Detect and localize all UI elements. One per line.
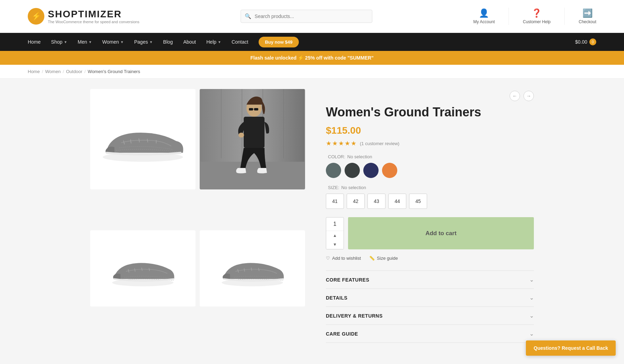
nav-pages[interactable]: Pages ▼ xyxy=(134,39,153,45)
customer-help-action[interactable]: ❓ Customer Help xyxy=(523,8,551,24)
divider-2 xyxy=(564,8,565,25)
product-image-side2[interactable] xyxy=(200,230,305,307)
nav-men[interactable]: Men ▼ xyxy=(78,39,92,45)
nav-items: Home Shop ▼ Men ▼ Women ▼ Pages ▼ Blog A… xyxy=(28,37,299,47)
add-to-wishlist-button[interactable]: ♡ Add to wishlist xyxy=(326,256,361,261)
product-image-model[interactable] xyxy=(200,89,305,189)
size-guide-button[interactable]: 📏 Size guide xyxy=(369,256,398,261)
details-chevron: ⌄ xyxy=(529,294,534,301)
top-header: ⚡ SHOPTIMIZER The WooCommerce theme for … xyxy=(0,0,624,33)
nav-shop[interactable]: Shop ▼ xyxy=(51,39,67,45)
my-account-action[interactable]: 👤 My Account xyxy=(473,8,495,24)
logo-area: ⚡ SHOPTIMIZER The WooCommerce theme for … xyxy=(28,8,139,25)
callback-button[interactable]: Questions? Request a Call Back xyxy=(526,340,616,353)
customer-help-label: Customer Help xyxy=(523,19,551,24)
color-swatch-dark-gray[interactable] xyxy=(345,163,360,178)
accordion-delivery: DELIVERY & RETURNS ⌄ xyxy=(326,307,534,325)
quantity-display: 1 xyxy=(326,217,344,231)
sep-3: / xyxy=(84,69,86,74)
sep-2: / xyxy=(63,69,64,74)
product-nav: ← → xyxy=(326,91,534,101)
shoe-svg-side2 xyxy=(214,248,291,288)
svg-rect-15 xyxy=(249,108,253,110)
breadcrumb-outdoor[interactable]: Outdoor xyxy=(66,69,83,74)
size-44[interactable]: 44 xyxy=(388,194,406,209)
help-icon: ❓ xyxy=(531,8,542,18)
accordion-delivery-title: DELIVERY & RETURNS xyxy=(326,313,383,319)
shoe-svg-main xyxy=(96,114,190,165)
search-bar: 🔍 xyxy=(241,10,372,23)
cart-area[interactable]: $0.00 0 xyxy=(575,38,596,45)
checkout-icon: ➡️ xyxy=(582,8,593,18)
breadcrumb: Home / Women / Outdoor / Women's Ground … xyxy=(0,65,624,79)
next-product-button[interactable]: → xyxy=(523,91,534,101)
size-43[interactable]: 43 xyxy=(367,194,385,209)
accordion-core-features-title: CORE FEATURES xyxy=(326,277,369,283)
nav-women[interactable]: Women ▼ xyxy=(102,39,124,45)
nav-about[interactable]: About xyxy=(183,39,196,45)
main-content: ← → Women's Ground Trainers $115.00 ★★★★… xyxy=(62,79,562,353)
quantity-wrapper: 1 ▲ ▼ xyxy=(326,217,344,249)
brand-tagline: The WooCommerce theme for speed and conv… xyxy=(48,20,139,24)
product-images xyxy=(90,89,305,343)
review-count: (1 customer review) xyxy=(360,141,399,146)
delivery-chevron: ⌄ xyxy=(529,312,534,319)
svg-point-18 xyxy=(239,133,244,137)
care-guide-chevron: ⌄ xyxy=(529,330,534,337)
breadcrumb-home[interactable]: Home xyxy=(28,69,40,74)
accordion-core-features: CORE FEATURES ⌄ xyxy=(326,271,534,289)
accordion: CORE FEATURES ⌄ DETAILS ⌄ DELIVERY & RET… xyxy=(326,270,534,343)
men-chevron: ▼ xyxy=(88,40,92,44)
product-rating: ★★★★★ (1 customer review) xyxy=(326,140,534,147)
product-price: $115.00 xyxy=(326,125,534,136)
size-41[interactable]: 41 xyxy=(326,194,344,209)
product-image-side1[interactable] xyxy=(90,230,196,307)
qty-down-button[interactable]: ▼ xyxy=(326,240,344,249)
accordion-care-guide: CARE GUIDE ⌄ xyxy=(326,325,534,343)
svg-rect-12 xyxy=(200,162,304,189)
logo-text: SHOPTIMIZER The WooCommerce theme for sp… xyxy=(48,9,139,24)
checkout-label: Checkout xyxy=(579,19,596,24)
shoe-svg-side1 xyxy=(105,248,181,288)
prev-product-button[interactable]: ← xyxy=(510,91,520,101)
help-chevron: ▼ xyxy=(218,40,221,44)
logo-bolt: ⚡ xyxy=(32,12,41,21)
brand-name: SHOPTIMIZER xyxy=(48,9,139,20)
qty-up-button[interactable]: ▲ xyxy=(326,231,344,240)
accordion-delivery-header[interactable]: DELIVERY & RETURNS ⌄ xyxy=(326,307,534,325)
breadcrumb-current: Women's Ground Trainers xyxy=(88,69,140,74)
size-45[interactable]: 45 xyxy=(409,194,427,209)
product-image-main[interactable] xyxy=(90,89,196,189)
person-icon: 👤 xyxy=(479,8,489,18)
size-label: SIZE:No selection xyxy=(326,185,534,190)
wishlist-row: ♡ Add to wishlist 📏 Size guide xyxy=(326,256,534,261)
accordion-core-features-header[interactable]: CORE FEATURES ⌄ xyxy=(326,271,534,288)
buy-now-button[interactable]: Buy now $49 xyxy=(259,37,298,47)
nav-contact[interactable]: Contact xyxy=(232,39,248,45)
pages-chevron: ▼ xyxy=(149,40,153,44)
nav-help[interactable]: Help ▼ xyxy=(206,39,221,45)
color-swatch-steel-gray[interactable] xyxy=(326,163,341,178)
add-to-cart-button[interactable]: Add to cart xyxy=(348,217,534,249)
product-title: Women's Ground Trainers xyxy=(326,105,534,119)
nav-blog[interactable]: Blog xyxy=(163,39,173,45)
accordion-details-header[interactable]: DETAILS ⌄ xyxy=(326,289,534,307)
color-swatch-orange[interactable] xyxy=(382,163,397,178)
color-swatch-navy[interactable] xyxy=(363,163,379,178)
flash-banner: Flash sale unlocked ⚡ 25% off with code … xyxy=(0,51,624,65)
shop-chevron: ▼ xyxy=(64,40,67,44)
model-svg xyxy=(200,89,304,189)
rating-stars: ★★★★★ xyxy=(326,140,357,147)
accordion-care-guide-header[interactable]: CARE GUIDE ⌄ xyxy=(326,325,534,343)
svg-rect-16 xyxy=(254,108,258,110)
checkout-action[interactable]: ➡️ Checkout xyxy=(579,8,596,24)
ruler-icon: 📏 xyxy=(369,256,375,261)
color-selection-text: No selection xyxy=(347,154,372,159)
size-selection-text: No selection xyxy=(341,185,366,190)
breadcrumb-women[interactable]: Women xyxy=(45,69,61,74)
nav-home[interactable]: Home xyxy=(28,39,41,45)
size-42[interactable]: 42 xyxy=(347,194,365,209)
search-icon: 🔍 xyxy=(245,13,251,19)
size-options: 41 42 43 44 45 xyxy=(326,194,534,209)
search-input[interactable] xyxy=(241,10,372,23)
